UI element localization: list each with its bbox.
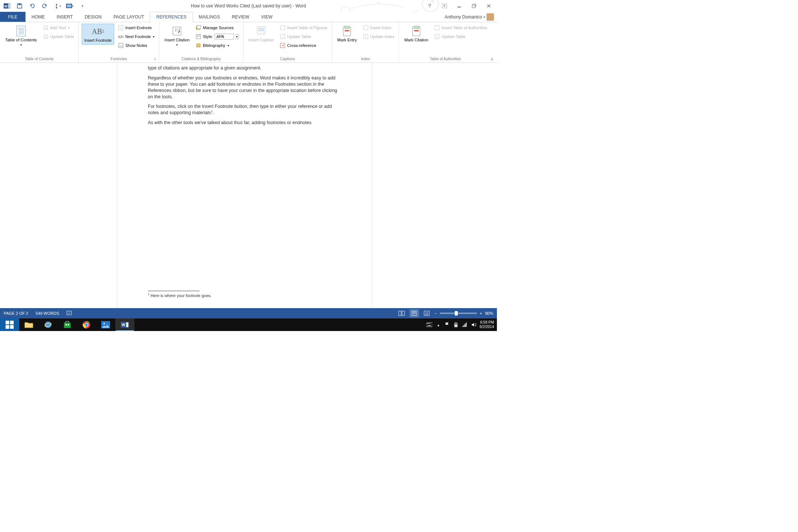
zoom-slider[interactable] — [440, 313, 477, 314]
wifi-icon[interactable] — [462, 322, 468, 328]
clock[interactable]: 6:58 PM 9/2/2014 — [480, 320, 494, 329]
insert-index-button[interactable]: Insert Index — [361, 24, 396, 32]
toa-icon — [434, 25, 440, 31]
svg-rect-73 — [68, 324, 69, 325]
add-text-button[interactable]: + Add Text▾ — [41, 24, 76, 32]
paragraph[interactable]: Regardless of whether you use footnotes … — [148, 75, 341, 100]
read-mode-button[interactable] — [397, 309, 406, 317]
svg-rect-66 — [10, 321, 14, 324]
print-layout-button[interactable] — [409, 309, 419, 317]
insert-citation-button[interactable]: (−) Insert Citation ▾ — [162, 24, 192, 48]
file-explorer-button[interactable] — [19, 318, 38, 331]
update-icon: ! — [43, 34, 49, 40]
document-page[interactable]: type of citations are appropriate for a … — [117, 63, 372, 308]
manage-sources-button[interactable]: Manage Sources — [194, 24, 240, 32]
document-body[interactable]: type of citations are appropriate for a … — [148, 65, 341, 130]
qat-customize-button[interactable]: ▾ — [77, 1, 88, 11]
footnote-content: Here is where your footnote goes. — [149, 293, 211, 298]
table-of-contents-button[interactable]: Table of Contents ▾ — [3, 24, 39, 48]
footnotes-launcher[interactable]: ↘ — [153, 57, 158, 61]
style-icon — [195, 34, 201, 40]
zoom-in-button[interactable]: + — [480, 311, 482, 316]
undo-button[interactable] — [27, 1, 38, 11]
style-value[interactable]: APA — [215, 34, 234, 40]
tof-label: Insert Table of Figures — [287, 25, 327, 30]
svg-rect-83 — [427, 323, 428, 324]
collapse-ribbon-button[interactable]: ᐱ — [491, 57, 493, 61]
update-index-button[interactable]: ! Update Index — [361, 33, 396, 41]
qat-item[interactable]: ▾ — [64, 1, 75, 11]
store-button[interactable] — [58, 318, 77, 331]
battery-icon[interactable] — [453, 322, 459, 328]
minimize-button[interactable] — [454, 2, 464, 10]
flag-icon[interactable] — [444, 322, 450, 328]
insert-caption-button[interactable]: Insert Caption — [246, 24, 276, 44]
title-bar: W ▾ ▾ ▾ How to use Word Works Cited (Las… — [0, 0, 497, 12]
paragraph[interactable]: As with the other tools we've talked abo… — [148, 120, 341, 126]
svg-rect-65 — [6, 321, 9, 324]
word-app-icon[interactable]: W — [1, 1, 13, 11]
word-taskbar-button[interactable]: W — [115, 318, 134, 331]
tab-page-layout[interactable]: PAGE LAYOUT — [108, 12, 150, 22]
tab-insert[interactable]: INSERT — [51, 12, 79, 22]
paragraph[interactable]: For footnotes, click on the Insert Footn… — [148, 103, 341, 116]
update-captions-label: Update Table — [287, 34, 311, 39]
paragraph[interactable]: type of citations are appropriate for a … — [148, 65, 341, 71]
insert-toa-button[interactable]: Insert Table of Authorities — [433, 24, 488, 32]
update-toc-label: Update Table — [50, 34, 74, 39]
page-indicator[interactable]: PAGE 2 OF 2 — [4, 311, 28, 316]
ribbon-display-button[interactable] — [439, 2, 450, 10]
time-label: 6:58 PM — [480, 320, 494, 325]
zoom-level[interactable]: 90% — [485, 311, 493, 316]
volume-icon[interactable] — [471, 322, 477, 328]
insert-footnote-button[interactable]: AB1 Insert Footnote — [82, 24, 114, 45]
svg-rect-37 — [258, 28, 264, 31]
bibliography-button[interactable]: Bibliography▾ — [194, 41, 240, 50]
word-count[interactable]: 549 WORDS — [35, 311, 59, 316]
tray-expand-icon[interactable]: ▴ — [435, 322, 441, 328]
spellcheck-icon[interactable] — [66, 311, 72, 316]
show-notes-button[interactable]: Show Notes — [116, 41, 156, 50]
start-button[interactable] — [0, 318, 19, 331]
update-toc-button[interactable]: ! Update Table — [41, 33, 76, 41]
update-captions-table-button[interactable]: ! Update Table — [278, 33, 329, 41]
photos-button[interactable] — [96, 318, 115, 331]
tab-mailings[interactable]: MAILINGS — [193, 12, 226, 22]
restore-button[interactable] — [469, 2, 479, 10]
update-toa-button[interactable]: ! Update Table — [433, 33, 488, 41]
touch-mode-button[interactable]: ▾ — [52, 1, 63, 11]
svg-point-78 — [103, 323, 105, 324]
svg-rect-68 — [10, 325, 14, 329]
mark-citation-button[interactable]: Mark Citation — [402, 24, 430, 44]
insert-endnote-button[interactable]: i Insert Endnote — [116, 24, 156, 32]
web-layout-button[interactable] — [422, 309, 432, 317]
svg-point-9 — [378, 2, 380, 4]
citation-style-select[interactable]: Style: APA▾ — [194, 33, 240, 41]
tab-references[interactable]: REFERENCES — [150, 12, 193, 22]
chrome-button[interactable] — [77, 318, 96, 331]
user-account[interactable]: Anthony Domanico ▾ — [445, 12, 494, 22]
insert-table-of-figures-button[interactable]: Insert Table of Figures — [278, 24, 329, 32]
document-area[interactable]: type of citations are appropriate for a … — [0, 63, 497, 308]
zoom-out-button[interactable]: − — [434, 311, 437, 316]
tab-home[interactable]: HOME — [25, 12, 51, 22]
close-button[interactable] — [484, 2, 494, 10]
tab-file[interactable]: FILE — [0, 12, 25, 22]
cross-reference-button[interactable]: Cross-reference — [278, 41, 329, 50]
svg-rect-81 — [126, 322, 129, 327]
mark-entry-button[interactable]: Mark Entry — [335, 24, 359, 44]
keyboard-icon[interactable] — [426, 322, 432, 328]
next-footnote-button[interactable]: AB1 Next Footnote▾ — [116, 33, 156, 41]
svg-rect-54 — [435, 25, 439, 30]
footnote-text[interactable]: 1 Here is where your footnote goes. — [148, 293, 212, 298]
help-button[interactable]: ? — [424, 2, 435, 10]
tab-view[interactable]: VIEW — [255, 12, 279, 22]
save-button[interactable] — [14, 1, 25, 11]
internet-explorer-button[interactable] — [38, 318, 58, 331]
redo-button[interactable] — [39, 1, 50, 11]
tab-design[interactable]: DESIGN — [79, 12, 108, 22]
tab-review[interactable]: REVIEW — [226, 12, 255, 22]
footnote-area[interactable]: 1 Here is where your footnote goes. — [148, 291, 212, 298]
add-text-label: Add Text — [50, 25, 66, 30]
zoom-thumb[interactable] — [455, 311, 458, 316]
